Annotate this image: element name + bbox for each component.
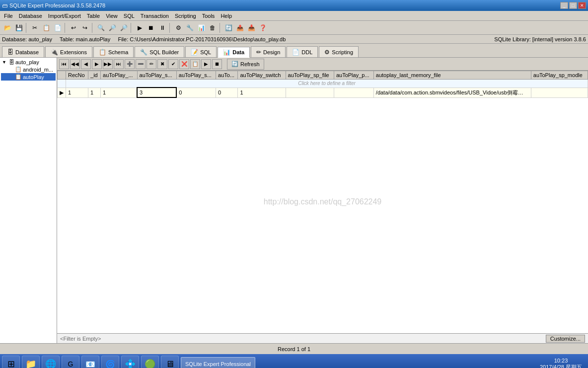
tree-node-icon: 📋 xyxy=(15,66,22,73)
menu-item-import/export[interactable]: Import/Export xyxy=(45,12,84,20)
filter-text: <Filter is Empty> xyxy=(60,336,101,342)
toolbar-btn-19[interactable]: 📤 xyxy=(234,22,245,33)
col-header-col8[interactable]: auToPlay_p... xyxy=(334,71,373,80)
tab-data[interactable]: 📊Data xyxy=(218,47,250,58)
taskbar-chrome[interactable]: 🌐 xyxy=(42,356,60,368)
toolbar-btn-18[interactable]: 🔄 xyxy=(223,22,234,33)
toolbar-btn-3[interactable]: ✂ xyxy=(29,22,40,33)
toolbar-btn-14[interactable]: ⚙ xyxy=(173,22,184,33)
toolbar-btn-4[interactable]: 📋 xyxy=(41,22,52,33)
nav-next-button[interactable]: ▶ xyxy=(92,59,102,69)
toolbar-btn-6[interactable]: ↩ xyxy=(68,22,79,33)
active-window[interactable]: SQLite Expert Professional xyxy=(181,357,255,368)
cancel-button[interactable]: ❌ xyxy=(179,59,189,69)
toolbar-btn-15[interactable]: 🔧 xyxy=(184,22,195,33)
menu-item-view[interactable]: View xyxy=(103,12,121,20)
close-button[interactable]: ✕ xyxy=(578,2,586,9)
col-header-col7[interactable]: auToPlay_sp_file xyxy=(286,71,334,80)
toolbar-btn-16[interactable]: 📊 xyxy=(196,22,207,33)
taskbar-explorer[interactable]: 📁 xyxy=(22,356,40,368)
toolbar-btn-5[interactable]: 📄 xyxy=(52,22,63,33)
menu-item-table[interactable]: Table xyxy=(84,12,103,20)
cell-id[interactable]: 1 xyxy=(88,88,101,97)
taskbar-firefox[interactable]: 🌀 xyxy=(101,356,119,368)
toolbar-btn-13[interactable]: ⏸ xyxy=(157,22,168,33)
refresh-icon: 🔄 xyxy=(231,61,238,67)
nav-prev-page-button[interactable]: ◀◀ xyxy=(70,59,80,69)
col-header-col2[interactable]: auToPlay_... xyxy=(101,71,137,80)
menu-item-database[interactable]: Database xyxy=(16,12,45,20)
start-button[interactable]: ⊞ xyxy=(2,356,20,368)
nav-prev-button[interactable]: ◀ xyxy=(81,59,91,69)
toolbar-btn-21[interactable]: ❓ xyxy=(257,22,268,33)
nav-last-button[interactable]: ⏭ xyxy=(114,59,124,69)
refresh-button[interactable]: 🔄 Refresh xyxy=(227,59,264,70)
toolbar-btn-8[interactable]: 🔍 xyxy=(95,22,106,33)
toolbar-btn-10[interactable]: 🔎 xyxy=(118,22,129,33)
menu-item-file[interactable]: File xyxy=(1,12,16,20)
cell-col2[interactable]: 1 xyxy=(101,88,137,97)
nav-first-button[interactable]: ⏮ xyxy=(59,59,69,69)
tab-design[interactable]: ✏Design xyxy=(251,46,286,57)
cell-col4[interactable]: 0 xyxy=(176,88,216,97)
menu-item-scripting[interactable]: Scripting xyxy=(172,12,199,20)
taskbar-app4[interactable]: 📧 xyxy=(81,356,99,368)
sidebar-item-androidm[interactable]: 📋android_m... xyxy=(1,66,56,73)
toolbar: 📂 💾 ✂ 📋 📄 ↩ ↪ 🔍 🔎 🔎 ▶ ⏹ ⏸ ⚙ 🔧 📊 🗑 🔄 📤 📥 … xyxy=(0,21,588,35)
menu-item-sql[interactable]: SQL xyxy=(121,12,138,20)
customize-button[interactable]: Customize... xyxy=(546,335,585,343)
minimize-button[interactable]: _ xyxy=(560,2,568,9)
delete-record-button[interactable]: ➖ xyxy=(136,59,146,69)
toolbar-btn-9[interactable]: 🔎 xyxy=(107,22,118,33)
tab-ddl[interactable]: 📄DDL xyxy=(287,46,318,57)
toolbar-btn-12[interactable]: ⏹ xyxy=(146,22,156,33)
menu-item-transaction[interactable]: Transaction xyxy=(138,12,172,20)
confirm-button[interactable]: ✔ xyxy=(168,59,178,69)
tab-database[interactable]: 🗄Database xyxy=(2,46,44,57)
taskbar-app7[interactable]: 🟢 xyxy=(141,356,159,368)
toolbar-btn-17[interactable]: 🗑 xyxy=(207,22,218,33)
col-header-id[interactable]: _id xyxy=(88,71,101,80)
tab-sql-builder[interactable]: 🔧SQL Builder xyxy=(135,46,184,57)
toolbar-btn-11[interactable]: ▶ xyxy=(134,22,145,33)
toolbar-btn-1[interactable]: 📂 xyxy=(2,22,13,33)
cell-col8[interactable] xyxy=(334,88,373,97)
toolbar-btn-2[interactable]: 💾 xyxy=(13,22,24,33)
cell-col3[interactable]: 3 xyxy=(137,88,176,97)
cell-col5[interactable]: 0 xyxy=(216,88,238,97)
col-header-recno[interactable]: RecNo xyxy=(66,71,88,80)
cell-recno[interactable]: 1 xyxy=(66,88,88,97)
tab-scripting[interactable]: ⚙Scripting xyxy=(319,46,359,57)
col-header-col9[interactable]: autoplay_last_memory_file xyxy=(373,71,531,80)
col-header-col5[interactable]: auTo... xyxy=(216,71,238,80)
cell-col9[interactable]: /data/data/com.action.sbmvideos/files/US… xyxy=(373,88,531,97)
sidebar-item-autoplay[interactable]: ▼🗄auto_play xyxy=(1,59,56,66)
taskbar-app8[interactable]: 🖥 xyxy=(161,356,179,368)
cell-col10[interactable] xyxy=(531,88,588,97)
col-header-col4[interactable]: auToPlay_s... xyxy=(176,71,216,80)
col-header-col6[interactable]: auToPlay_switch xyxy=(238,71,286,80)
clear-button[interactable]: ✖ xyxy=(157,59,167,69)
copy-button[interactable]: 📋 xyxy=(190,59,200,69)
tab-extensions[interactable]: 🔌Extensions xyxy=(45,46,92,57)
filter-placeholder[interactable]: Click here to define a filter xyxy=(66,80,588,88)
maximize-button[interactable]: □ xyxy=(569,2,577,9)
edit-record-button[interactable]: ✏ xyxy=(147,59,156,69)
menu-item-tools[interactable]: Tools xyxy=(199,12,218,20)
col-header-col3[interactable]: auToPlay_s... xyxy=(137,71,176,80)
taskbar-app3[interactable]: G xyxy=(62,356,79,368)
menu-item-help[interactable]: Help xyxy=(218,12,235,20)
add-record-button[interactable]: ➕ xyxy=(125,59,135,69)
nav-next-page-button[interactable]: ▶▶ xyxy=(103,59,113,69)
run-button[interactable]: ▶ xyxy=(201,59,211,69)
cell-col6[interactable]: 1 xyxy=(238,88,286,97)
tab-schema[interactable]: 📋Schema xyxy=(93,46,134,57)
taskbar-app6[interactable]: 💠 xyxy=(121,356,139,368)
tab-sql[interactable]: 📝SQL xyxy=(185,46,217,57)
cell-col7[interactable] xyxy=(286,88,334,97)
toolbar-btn-7[interactable]: ↪ xyxy=(79,22,90,33)
col-header-col10[interactable]: auToPlay_sp_modle xyxy=(531,71,588,80)
sidebar-item-autoplay[interactable]: 📋autoPlay xyxy=(1,73,56,81)
toolbar-btn-20[interactable]: 📥 xyxy=(246,22,257,33)
stop-button[interactable]: ⏹ xyxy=(212,59,222,69)
